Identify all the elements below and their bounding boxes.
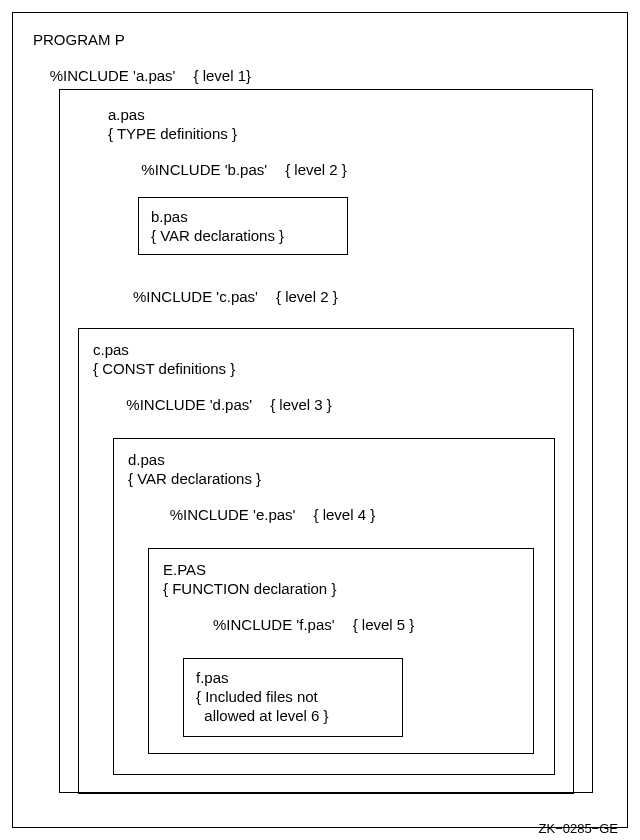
figure-id: ZK−0285−GE	[539, 821, 619, 836]
c-filename: c.pas	[93, 341, 559, 358]
include-a-text: %INCLUDE 'a.pas'	[50, 67, 176, 84]
a-typedefs: { TYPE definitions }	[108, 125, 574, 142]
include-b-text: %INCLUDE 'b.pas'	[141, 161, 267, 178]
f-note-2: allowed at level 6 }	[196, 707, 390, 724]
file-c-box: c.pas { CONST definitions } %INCLUDE 'd.…	[78, 328, 574, 794]
d-filename: d.pas	[128, 451, 540, 468]
level-2-b-comment: { level 2 }	[285, 161, 347, 178]
d-vardecls: { VAR declarations }	[128, 470, 540, 487]
level-5-comment: { level 5 }	[353, 616, 415, 633]
include-f-line: %INCLUDE 'f.pas'{ level 5 }	[163, 599, 519, 650]
file-d-box: d.pas { VAR declarations } %INCLUDE 'e.p…	[113, 438, 555, 775]
include-f-text: %INCLUDE 'f.pas'	[213, 616, 335, 633]
file-e-box: E.PAS { FUNCTION declaration } %INCLUDE …	[148, 548, 534, 754]
include-b-line: %INCLUDE 'b.pas'{ level 2 }	[108, 144, 574, 195]
file-f-box: f.pas { Included files not allowed at le…	[183, 658, 403, 737]
level-1-comment: { level 1}	[193, 67, 251, 84]
f-filename: f.pas	[196, 669, 390, 686]
level-2-c-comment: { level 2 }	[276, 288, 338, 305]
include-d-text: %INCLUDE 'd.pas'	[126, 396, 252, 413]
file-b-box: b.pas { VAR declarations }	[138, 197, 348, 255]
c-constdefs: { CONST definitions }	[93, 360, 559, 377]
include-c-line: %INCLUDE 'c.pas'{ level 2 }	[108, 271, 574, 322]
include-c-text: %INCLUDE 'c.pas'	[133, 288, 258, 305]
include-d-line: %INCLUDE 'd.pas'{ level 3 }	[93, 379, 559, 430]
b-vardecls: { VAR declarations }	[151, 227, 335, 244]
level-4-comment: { level 4 }	[313, 506, 375, 523]
include-e-line: %INCLUDE 'e.pas'{ level 4 }	[128, 489, 540, 540]
program-box: PROGRAM P %INCLUDE 'a.pas'{ level 1} a.p…	[12, 12, 628, 828]
b-filename: b.pas	[151, 208, 335, 225]
f-note-1: { Included files not	[196, 688, 390, 705]
program-header: PROGRAM P	[33, 31, 607, 48]
level-3-comment: { level 3 }	[270, 396, 332, 413]
include-e-text: %INCLUDE 'e.pas'	[170, 506, 296, 523]
file-a-content: a.pas { TYPE definitions } %INCLUDE 'b.p…	[108, 106, 574, 269]
a-filename: a.pas	[108, 106, 574, 123]
e-funcdecl: { FUNCTION declaration }	[163, 580, 519, 597]
e-filename: E.PAS	[163, 561, 519, 578]
file-a-box: a.pas { TYPE definitions } %INCLUDE 'b.p…	[59, 89, 593, 793]
